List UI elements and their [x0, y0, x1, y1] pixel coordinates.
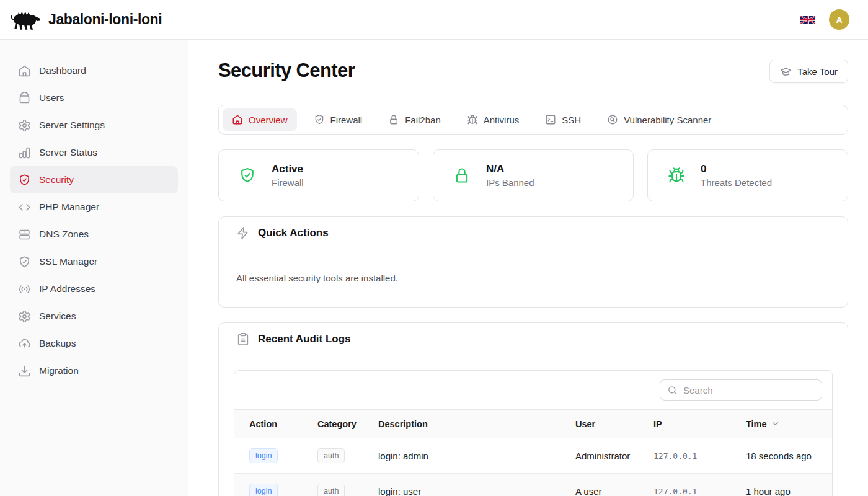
sidebar-item-services[interactable]: Services	[10, 303, 178, 330]
time-cell: 1 hour ago	[731, 474, 832, 496]
action-badge: login	[249, 484, 278, 496]
sidebar-item-label: Migration	[39, 365, 79, 376]
gear-icon	[17, 309, 31, 323]
sidebar-item-security[interactable]: Security	[10, 166, 178, 193]
radio-waves-icon	[17, 282, 31, 296]
description-cell: login: user	[363, 474, 560, 496]
sidebar-item-backups[interactable]: Backups	[10, 330, 178, 357]
quick-actions-card: Quick Actions All essential security too…	[218, 216, 848, 308]
status-value: 0	[701, 163, 772, 175]
top-bar: Jabaloni-loni-loni A	[0, 0, 868, 40]
tab-antivirus[interactable]: Antivirus	[458, 108, 529, 131]
sidebar-item-ssl-manager[interactable]: SSL Manager	[10, 248, 178, 275]
status-value: Active	[272, 163, 304, 175]
status-label: Threats Detected	[701, 177, 772, 188]
users-box-icon	[17, 91, 31, 105]
sidebar-item-label: Server Settings	[39, 120, 105, 131]
time-cell: 18 seconds ago	[731, 438, 832, 474]
column-header-ip[interactable]: IP	[639, 410, 731, 438]
shield-check-icon	[17, 173, 31, 187]
table-row: login auth login: admin Administrator 12…	[234, 438, 832, 474]
security-tabs: Overview Firewall Fail2ban Antivirus SSH…	[218, 105, 848, 135]
download-icon	[17, 364, 31, 378]
audit-logs-card: Recent Audit Logs Action	[218, 322, 848, 496]
home-icon	[17, 64, 31, 78]
quick-actions-message: All essential security tools are install…	[234, 264, 833, 292]
category-badge: auth	[317, 448, 345, 463]
sidebar-item-migration[interactable]: Migration	[10, 357, 178, 384]
sidebar-item-server-status[interactable]: Server Status	[10, 139, 178, 166]
user-avatar[interactable]: A	[829, 9, 849, 30]
language-uk-flag-icon[interactable]	[800, 14, 817, 26]
tab-fail2ban[interactable]: Fail2ban	[379, 108, 450, 131]
action-badge: login	[249, 448, 278, 463]
column-header-action[interactable]: Action	[234, 410, 303, 438]
category-badge: auth	[317, 484, 345, 496]
status-label: Firewall	[272, 177, 304, 188]
lightning-icon	[236, 226, 250, 240]
lock-icon	[388, 114, 399, 125]
shield-check-icon	[314, 114, 325, 125]
brand: Jabaloni-loni-loni	[10, 7, 162, 32]
bug-icon	[467, 114, 478, 125]
server-stack-icon	[17, 228, 31, 241]
sidebar-item-label: DNS Zones	[39, 229, 89, 240]
home-icon	[232, 114, 243, 125]
sidebar-item-dns-zones[interactable]: DNS Zones	[10, 221, 178, 248]
cloud-upload-icon	[17, 337, 31, 350]
status-card-ips-banned: N/A IPs Banned	[433, 149, 634, 202]
column-header-description[interactable]: Description	[363, 410, 560, 438]
sidebar-item-label: Users	[39, 92, 64, 104]
status-label: IPs Banned	[486, 177, 534, 188]
quick-actions-title: Quick Actions	[258, 227, 329, 239]
column-header-time[interactable]: Time	[731, 410, 832, 438]
boar-logo-icon	[10, 7, 42, 32]
user-cell: Administrator	[560, 438, 639, 474]
table-row: login auth login: user A user 127.0.0.1 …	[234, 474, 832, 496]
status-cards: Active Firewall N/A IPs Banned 0 Threats…	[218, 149, 848, 202]
gear-icon	[17, 118, 31, 132]
tab-overview[interactable]: Overview	[223, 108, 297, 131]
lock-icon	[453, 167, 471, 184]
audit-search-input[interactable]	[683, 385, 815, 396]
sidebar-item-label: Security	[39, 174, 74, 185]
audit-search	[660, 379, 822, 401]
sidebar-item-label: Backups	[39, 338, 76, 349]
sidebar: Dashboard Users Server Settings Server S…	[0, 40, 188, 496]
sidebar-item-dashboard[interactable]: Dashboard	[10, 57, 178, 84]
sidebar-item-ip-addresses[interactable]: IP Addresses	[10, 275, 178, 303]
page-title: Security Center	[218, 60, 355, 82]
column-header-user[interactable]: User	[560, 410, 639, 438]
sidebar-item-php-manager[interactable]: PHP Manager	[10, 193, 178, 221]
sidebar-item-server-settings[interactable]: Server Settings	[10, 112, 178, 139]
terminal-icon	[545, 114, 556, 125]
main-content: Security Center Take Tour Overview Firew…	[188, 40, 868, 496]
column-header-category[interactable]: Category	[303, 410, 363, 438]
shield-check-icon	[239, 167, 256, 184]
clipboard-icon	[236, 332, 250, 346]
user-cell: A user	[560, 474, 639, 496]
status-card-threats: 0 Threats Detected	[647, 149, 848, 202]
tab-ssh[interactable]: SSH	[536, 108, 590, 131]
sidebar-item-label: Server Status	[39, 147, 97, 158]
ip-cell: 127.0.0.1	[639, 438, 731, 474]
tab-firewall[interactable]: Firewall	[304, 108, 372, 131]
status-value: N/A	[486, 163, 534, 175]
code-icon	[17, 200, 31, 214]
scan-search-icon	[607, 114, 618, 125]
audit-logs-title: Recent Audit Logs	[258, 333, 351, 345]
sidebar-item-label: PHP Manager	[39, 202, 99, 213]
audit-logs-table: Action Category Description User IP Time	[234, 409, 832, 496]
ip-cell: 127.0.0.1	[639, 474, 731, 496]
bug-icon	[668, 167, 685, 184]
take-tour-button[interactable]: Take Tour	[769, 60, 848, 83]
sidebar-item-users[interactable]: Users	[10, 84, 178, 112]
sidebar-item-label: IP Addresses	[39, 283, 95, 294]
status-card-firewall: Active Firewall	[218, 149, 419, 202]
graduation-cap-icon	[780, 66, 792, 78]
sidebar-item-label: Dashboard	[39, 65, 86, 76]
description-cell: login: admin	[363, 438, 560, 474]
app-title: Jabaloni-loni-loni	[48, 11, 162, 28]
shield-check-icon	[17, 255, 31, 268]
tab-vulnerability-scanner[interactable]: Vulnerability Scanner	[598, 108, 720, 131]
